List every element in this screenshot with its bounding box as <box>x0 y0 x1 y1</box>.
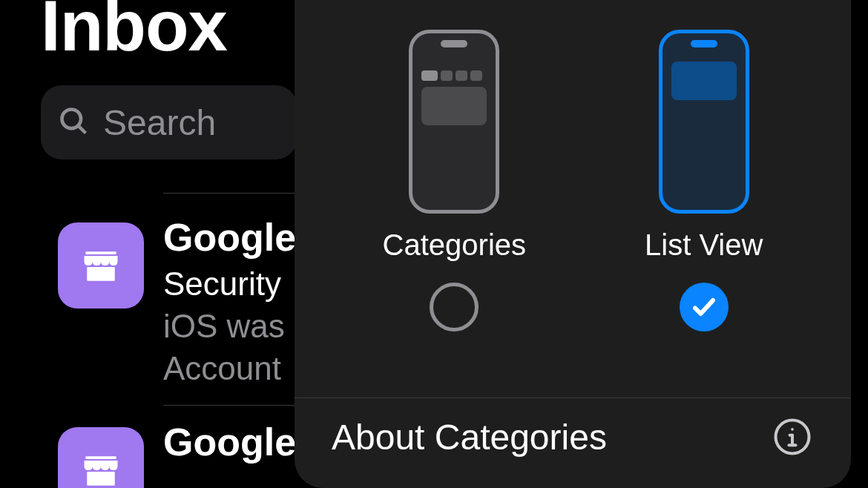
email-content: Google <box>163 420 297 464</box>
divider <box>163 405 297 406</box>
phone-content <box>671 62 737 100</box>
svg-point-0 <box>62 109 81 128</box>
phone-content <box>421 87 487 125</box>
view-options-group: Categories List View <box>295 0 851 332</box>
view-option-list-view[interactable]: List View <box>645 30 763 332</box>
svg-line-1 <box>79 126 85 133</box>
radio-unselected <box>430 283 479 332</box>
email-list: Google Security iOS was Account Google <box>0 193 297 482</box>
view-options-sheet: Categories List View About Categories <box>295 0 851 488</box>
svg-rect-4 <box>85 456 116 459</box>
about-categories-row[interactable]: About Categories <box>295 415 851 458</box>
email-sender: Google <box>163 420 297 464</box>
svg-rect-2 <box>85 251 116 254</box>
divider <box>295 398 851 398</box>
store-icon <box>79 243 123 288</box>
view-option-label: Categories <box>383 228 526 262</box>
email-content: Google Security iOS was Account <box>163 215 297 390</box>
info-icon <box>771 415 814 458</box>
svg-rect-5 <box>87 471 115 485</box>
phone-mockup-categories <box>409 30 499 214</box>
checkmark-icon <box>691 294 717 320</box>
page-title: Inbox <box>41 0 227 67</box>
about-categories-label: About Categories <box>332 417 607 458</box>
view-option-categories[interactable]: Categories <box>383 30 526 332</box>
search-icon <box>57 105 90 140</box>
email-sender: Google <box>163 215 297 260</box>
phone-notch <box>441 40 467 47</box>
phone-notch <box>691 40 717 47</box>
phone-tabs <box>421 70 482 81</box>
email-subject: Security <box>163 263 297 305</box>
radio-selected <box>680 283 729 332</box>
list-item[interactable]: Google Security iOS was Account <box>0 193 297 405</box>
divider <box>163 193 297 194</box>
email-preview: iOS was <box>163 305 297 347</box>
search-placeholder: Search <box>103 102 216 143</box>
search-input[interactable]: Search <box>41 85 297 159</box>
svg-rect-3 <box>87 267 115 281</box>
avatar <box>58 222 144 309</box>
store-icon <box>79 448 123 488</box>
email-preview: Account <box>163 347 297 389</box>
list-item[interactable]: Google <box>0 405 297 482</box>
phone-mockup-list-view <box>659 30 749 214</box>
svg-point-7 <box>791 428 794 431</box>
view-option-label: List View <box>645 228 763 262</box>
avatar <box>58 427 144 488</box>
